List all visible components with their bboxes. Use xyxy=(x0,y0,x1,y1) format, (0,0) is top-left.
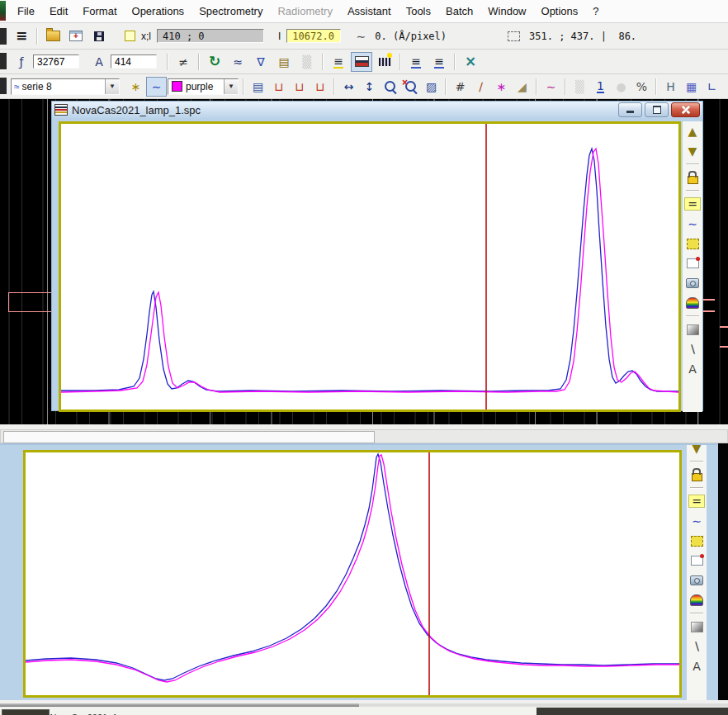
series-combo[interactable]: ≈serie 8▼ xyxy=(11,78,120,95)
screen-profile-icon[interactable]: ▤ xyxy=(248,77,268,97)
binning-zone-icon[interactable]: ▤ xyxy=(273,52,295,72)
plot-series-icon[interactable]: ∼ xyxy=(146,77,167,97)
pan-up-icon[interactable]: ▲ xyxy=(684,123,701,140)
chart-top-canvas[interactable] xyxy=(61,124,678,410)
minimize-button[interactable] xyxy=(618,102,642,117)
selection-rect-icon[interactable] xyxy=(503,26,524,46)
display-profile-icon[interactable]: ≡ xyxy=(328,52,349,72)
color-combo[interactable]: purple▼ xyxy=(168,78,239,95)
lamp-profile1-icon[interactable]: ⊔ xyxy=(268,77,289,97)
stretch-x-icon[interactable]: ↔ xyxy=(338,77,359,97)
equal-scale-icon[interactable]: = xyxy=(684,196,701,212)
rotate-icon[interactable]: ↻ xyxy=(204,52,225,72)
spectrum-profile-icon[interactable]: ≡ xyxy=(11,26,32,46)
lock-icon[interactable] xyxy=(688,466,705,483)
unzoom-icon[interactable] xyxy=(400,77,421,97)
open-image-icon[interactable] xyxy=(65,26,87,46)
menu-file[interactable]: File xyxy=(10,5,42,17)
separator xyxy=(690,461,703,462)
menu-window[interactable]: Window xyxy=(480,5,533,17)
restore-button[interactable] xyxy=(645,102,669,117)
calibration-icon[interactable]: ∟ xyxy=(702,77,722,97)
tilt-correction-icon[interactable]: ≠ xyxy=(173,52,194,72)
continuum-icon[interactable]: ∼ xyxy=(541,77,561,97)
export-zone-icon[interactable]: ▨ xyxy=(421,77,442,97)
text-tool-icon[interactable]: A xyxy=(688,658,705,675)
cut-region-icon[interactable]: × xyxy=(460,52,481,72)
menu-assistant[interactable]: Assistant xyxy=(340,5,399,17)
spectrum-plot-bottom[interactable] xyxy=(23,450,682,698)
pin-window-icon[interactable] xyxy=(684,255,701,272)
points-input[interactable] xyxy=(111,54,157,69)
chart-bottom-canvas[interactable] xyxy=(26,452,679,695)
menu-edit[interactable]: Edit xyxy=(42,5,75,17)
scrollbar-thumb[interactable] xyxy=(3,431,375,443)
snapshot-icon[interactable] xyxy=(684,275,701,291)
angle-icon[interactable]: A xyxy=(88,52,110,72)
lamp-profile3-icon[interactable]: ⊔ xyxy=(310,77,330,97)
overlay-profiles-icon[interactable]: ≡ xyxy=(405,52,427,72)
close-button[interactable] xyxy=(671,102,700,117)
save-icon[interactable] xyxy=(88,26,110,46)
pan-down-icon[interactable]: ▼ xyxy=(688,445,705,457)
shift-y-icon[interactable]: ↕ xyxy=(359,77,380,97)
fill-icon[interactable]: ● xyxy=(611,77,631,97)
line-tool-icon[interactable]: ∖ xyxy=(688,638,705,655)
smooth-brush-icon[interactable]: ◢ xyxy=(512,77,532,97)
display-reference-icon[interactable] xyxy=(351,52,372,72)
color-combo-dropdown-arrow[interactable]: ▼ xyxy=(224,79,238,94)
despike-icon[interactable]: # xyxy=(450,77,470,97)
menu-options[interactable]: Options xyxy=(534,5,586,17)
zone-select-icon[interactable] xyxy=(684,235,701,252)
equal-scale-icon[interactable]: = xyxy=(688,493,705,509)
text-tool-icon[interactable]: A xyxy=(684,361,701,377)
grid-dots-icon[interactable]: ▒ xyxy=(296,52,318,72)
ratio-icon[interactable]: % xyxy=(631,77,652,97)
menu-spectrometry[interactable]: Spectrometry xyxy=(191,5,270,17)
zone-select-icon[interactable] xyxy=(688,533,705,549)
menu-batch[interactable]: Batch xyxy=(438,5,480,17)
palette-icon[interactable] xyxy=(684,295,701,311)
menu-operations[interactable]: Operations xyxy=(125,5,192,17)
lock-icon[interactable] xyxy=(684,169,701,186)
snapshot-icon[interactable] xyxy=(688,572,705,589)
dispersion-icon[interactable]: ∼ xyxy=(350,26,371,46)
spectrum-plot-top[interactable] xyxy=(59,121,681,412)
gaussian-fit-icon[interactable]: ∩ xyxy=(722,77,728,97)
periodic-table-icon[interactable]: ▦ xyxy=(681,77,702,97)
gradient-icon[interactable] xyxy=(684,321,701,338)
normalize-icon[interactable]: 1 xyxy=(590,77,611,97)
menu-tools[interactable]: Tools xyxy=(399,5,438,17)
resample-icon[interactable]: ▒ xyxy=(570,77,590,97)
display-intensity-icon[interactable] xyxy=(374,52,395,72)
overlay-offset-icon-glyph: ≡ xyxy=(434,55,444,69)
window-controls xyxy=(616,102,700,117)
coordinate-mode-checkbox[interactable] xyxy=(125,31,135,41)
draw-line-icon[interactable]: ∕ xyxy=(470,77,491,97)
lamp-profile2-icon[interactable]: ⊔ xyxy=(289,77,310,97)
saturation-icon[interactable]: ƒ xyxy=(11,52,32,72)
window-title-bar[interactable]: NovaCas2021_lamp_1.spc xyxy=(52,102,702,118)
draw-points-icon[interactable]: ∗ xyxy=(491,77,512,97)
clear-series-icon[interactable]: ∗ xyxy=(125,77,146,97)
gradient-icon[interactable] xyxy=(688,618,705,635)
toolbar-series: ≈serie 8▼∗∼purple▼▤⊔⊔⊔↔↕▨#∕∗◢∼▒1●%H▦∟∩◀▶ xyxy=(0,74,728,99)
separator xyxy=(690,487,703,489)
open-folder-icon[interactable] xyxy=(42,26,64,46)
pan-down-icon[interactable]: ▼ xyxy=(684,143,701,159)
palette-icon[interactable] xyxy=(688,592,705,608)
align-lines-icon[interactable]: ≈ xyxy=(227,52,248,72)
replot-icon[interactable]: ∼ xyxy=(688,513,705,529)
element-lines-icon[interactable]: H xyxy=(660,77,681,97)
slant-icon[interactable]: ∇ xyxy=(250,52,272,72)
horizontal-scrollbar[interactable] xyxy=(0,429,728,443)
saturation-input[interactable] xyxy=(33,54,79,69)
menu-format[interactable]: Format xyxy=(75,5,124,17)
menu-help[interactable]: ? xyxy=(585,5,606,17)
line-tool-icon[interactable]: ∖ xyxy=(684,341,701,358)
replot-icon[interactable]: ∼ xyxy=(684,215,701,232)
overlay-offset-icon[interactable]: ≡ xyxy=(428,52,450,72)
zoom-icon[interactable] xyxy=(380,77,400,97)
series-combo-dropdown-arrow[interactable]: ▼ xyxy=(105,79,119,94)
pin-window-icon[interactable] xyxy=(688,552,705,569)
